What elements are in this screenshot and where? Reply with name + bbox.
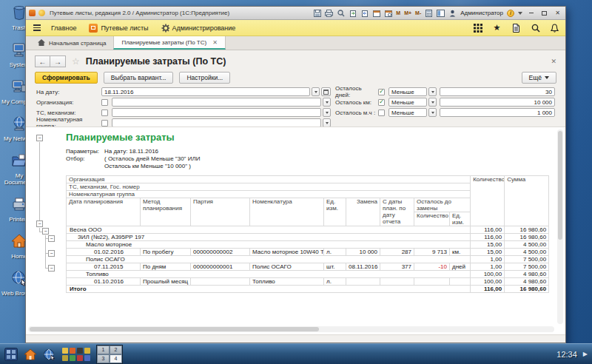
column-header-replace[interactable]: Замена	[346, 198, 380, 226]
load-file-icon[interactable]	[349, 9, 357, 17]
km-left-condition[interactable]: Меньше	[388, 98, 427, 107]
group-expander[interactable]: −	[48, 265, 55, 272]
days-left-condition-dropdown[interactable]	[428, 87, 437, 96]
organization-checkbox[interactable]	[101, 99, 108, 106]
vehicle-checkbox[interactable]	[101, 109, 108, 116]
column-header-remaining-qty[interactable]: Количество	[414, 212, 450, 226]
calc-m-button[interactable]: M	[396, 10, 400, 16]
notifications-bell-icon[interactable]	[550, 23, 559, 33]
minimize-button[interactable]	[526, 9, 536, 17]
vehicle-input[interactable]	[112, 108, 321, 117]
column-header-nomenclature[interactable]: Номенклатура	[250, 198, 324, 226]
workspace-4[interactable]: 4	[110, 354, 122, 363]
group-expander[interactable]: −	[42, 228, 49, 235]
app-shortcut-icon[interactable]	[62, 348, 68, 354]
calc-m-plus-button[interactable]: M+	[404, 10, 411, 16]
column-header-remaining-unit[interactable]: Ед. изм.	[450, 212, 471, 226]
table-row-detail[interactable]: 07.11.2015 По дням 000000000001 Полис ОС…	[67, 263, 549, 271]
menu-item-administration[interactable]: Администрирование	[158, 22, 240, 33]
column-header-vehicle[interactable]: ТС, механизм, Гос. номер	[67, 183, 471, 191]
nomenclature-group-checkbox[interactable]	[101, 120, 108, 127]
window-titlebar[interactable]: Путевые листы, редакция 2.0 / Администра…	[26, 7, 565, 20]
more-button[interactable]: Ещё	[522, 72, 556, 84]
app-shortcut-icon[interactable]	[70, 348, 75, 354]
maximize-button[interactable]	[539, 9, 549, 17]
days-left-checkbox[interactable]: ✓	[378, 89, 385, 95]
workspace-2[interactable]: 2	[110, 346, 122, 354]
app-shortcut-icon[interactable]	[70, 355, 75, 361]
vertical-scrollbar-thumb[interactable]	[558, 131, 562, 240]
organization-input[interactable]	[112, 98, 321, 107]
table-row-group-nomgroup[interactable]: Масло моторное 15,00 4 500,00	[67, 241, 549, 249]
taskbar-expand-arrow-icon[interactable]: ▶	[583, 351, 588, 357]
app-shortcut-icon[interactable]	[84, 348, 90, 354]
preview-icon[interactable]	[337, 9, 345, 17]
tab-home[interactable]: Начальная страница	[30, 36, 113, 50]
save-icon[interactable]	[313, 9, 321, 17]
workspace-3[interactable]: 3	[97, 354, 110, 363]
days-left-value[interactable]: 30	[440, 87, 555, 96]
back-button[interactable]: ←	[35, 55, 50, 67]
menu-item-main[interactable]: Главное	[47, 23, 80, 33]
group-expander[interactable]: −	[48, 235, 55, 242]
horizontal-scrollbar-thumb[interactable]	[30, 327, 319, 331]
group-expander[interactable]: −	[48, 250, 55, 257]
column-header-batch[interactable]: Партия	[191, 198, 250, 226]
hamburger-menu-icon[interactable]	[32, 23, 42, 33]
date-dropdown-button[interactable]	[312, 87, 320, 96]
column-header-organization[interactable]: Организация	[67, 176, 471, 183]
table-row-detail[interactable]: 01.02.2016 По пробегу 000000000002 Масло…	[67, 249, 549, 256]
chevron-down-icon[interactable]	[518, 12, 522, 15]
column-header-remaining[interactable]: Осталось до замены	[414, 198, 471, 212]
organization-dropdown-button[interactable]	[323, 98, 331, 107]
column-header-unit[interactable]: Ед. изм.	[324, 198, 346, 226]
date-input[interactable]: 18.11.2016	[101, 87, 310, 96]
calendar-clock-icon[interactable]	[384, 9, 392, 17]
tab-close-icon[interactable]: ✕	[212, 39, 218, 46]
hours-left-value[interactable]: 1 000	[440, 108, 555, 117]
show-panel-icon[interactable]	[437, 9, 445, 17]
hours-left-condition-dropdown[interactable]	[428, 108, 437, 117]
table-row-detail[interactable]: 01.10.2016 Прошлый месяц Топливо л. 100,…	[67, 278, 549, 286]
horizontal-scrollbar[interactable]	[28, 326, 554, 332]
current-user[interactable]: Администратор	[460, 10, 503, 16]
favorites-star-icon[interactable]: ★	[492, 23, 502, 33]
group-expander[interactable]: −	[36, 220, 43, 227]
days-left-condition[interactable]: Меньше	[388, 87, 427, 96]
column-header-sum[interactable]: Сумма	[505, 176, 549, 226]
generate-button[interactable]: Сформировать	[35, 72, 98, 84]
choose-variant-button[interactable]: Выбрать вариант...	[104, 72, 174, 84]
km-left-condition-dropdown[interactable]	[428, 98, 437, 107]
column-header-quantity[interactable]: Количество	[471, 176, 505, 226]
column-header-date[interactable]: Дата планирования	[67, 198, 141, 226]
group-expander[interactable]: −	[36, 135, 43, 141]
table-row-group-nomgroup[interactable]: Полис ОСАГО 1,00 7 500,00	[67, 256, 549, 263]
app-shortcut-icon[interactable]	[62, 355, 68, 361]
app-shortcut-icon[interactable]	[77, 348, 83, 354]
calculator-icon[interactable]	[425, 9, 433, 17]
taskbar-home-icon[interactable]	[24, 348, 37, 360]
history-icon[interactable]	[511, 23, 521, 33]
column-header-method[interactable]: Метод планирования	[141, 198, 191, 226]
settings-button[interactable]: Настройки...	[179, 72, 230, 84]
app-shortcut-icon[interactable]	[77, 355, 83, 361]
taskbar-clock[interactable]: 12:34	[556, 350, 577, 359]
favorite-star-icon[interactable]: ☆	[72, 56, 80, 67]
forward-button[interactable]: →	[50, 55, 66, 67]
close-button[interactable]: ✕	[553, 9, 562, 17]
date-calendar-button[interactable]	[321, 87, 331, 96]
tab-planned-costs[interactable]: Планируемые затраты (По ТС) ✕	[113, 36, 225, 50]
form-close-icon[interactable]: ✕	[551, 58, 556, 65]
km-left-value[interactable]: 10 000	[440, 98, 555, 107]
print-icon[interactable]	[325, 9, 333, 17]
quick-launch-cluster[interactable]	[62, 348, 90, 361]
save-file-icon[interactable]	[360, 9, 369, 17]
table-row-group-nomgroup[interactable]: Топливо 100,00 4 980,60	[67, 271, 549, 278]
vertical-scrollbar[interactable]	[557, 129, 563, 324]
applications-menu-icon[interactable]	[4, 348, 18, 361]
hours-left-checkbox[interactable]	[378, 109, 385, 116]
column-header-nomgroup[interactable]: Номенклатурная группа	[67, 191, 471, 198]
search-icon[interactable]	[531, 23, 540, 33]
calc-m-minus-button[interactable]: M-	[415, 10, 421, 16]
calendar-icon[interactable]	[372, 9, 380, 17]
